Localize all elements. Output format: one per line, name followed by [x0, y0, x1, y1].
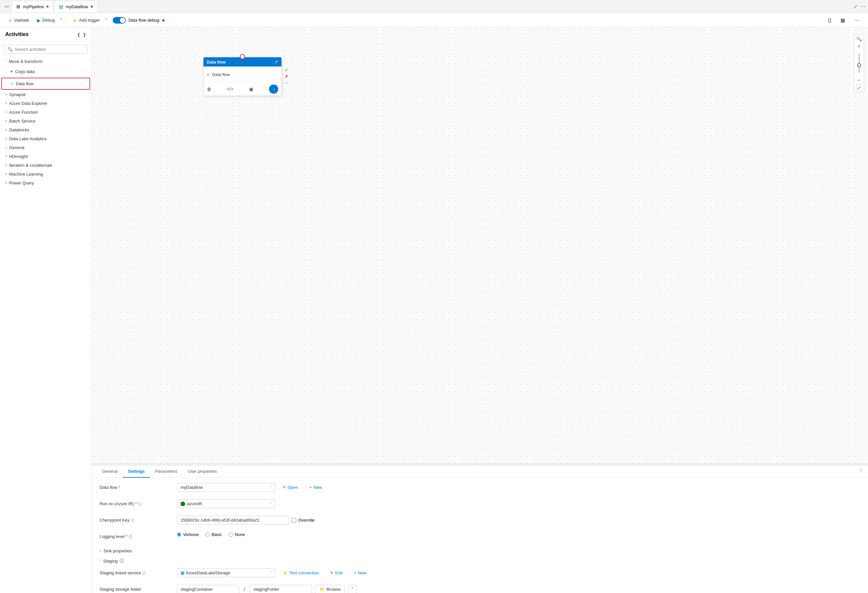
sidebar-item-machine-learning[interactable]: > Machine Learning	[0, 170, 92, 178]
staging-row[interactable]: ˅ Staging ⓘ	[100, 558, 860, 564]
more-toolbar-button[interactable]: ⋯	[851, 15, 863, 25]
data-flow-debug-toggle[interactable]	[113, 17, 126, 24]
staging-linked-service-dropdown[interactable]: ▦ AzureDataLakeStorage ˅	[177, 568, 275, 577]
override-checkbox[interactable]	[292, 518, 296, 522]
search-box: 🔍	[4, 45, 87, 54]
db-chevron: >	[5, 128, 7, 132]
setting-data-flow-row: Data flow * myDataflow ˅ ✎ Open	[100, 483, 860, 493]
tab-user-properties[interactable]: User properties	[183, 466, 222, 478]
zoom-search-icon[interactable]: 🔍	[856, 36, 862, 42]
none-radio-item[interactable]: None	[229, 532, 245, 537]
staging-info-icon[interactable]: ⓘ	[120, 558, 124, 564]
clone-card-icon[interactable]: ▣	[249, 87, 253, 92]
zoom-fit-button[interactable]: ⤢	[856, 84, 862, 91]
zoom-in-button[interactable]: +	[857, 43, 861, 49]
add-trigger-dropdown[interactable]: ˅	[105, 16, 108, 24]
sink-properties-row[interactable]: > Sink properties	[100, 549, 860, 553]
logging-label: Logging level * ⓘ	[100, 532, 172, 539]
monitor-button[interactable]: ▦	[837, 16, 848, 25]
script-card-icon[interactable]: </>	[227, 87, 234, 92]
sidebar-item-hdinsight[interactable]: > HDInsight	[0, 152, 92, 161]
close-sidebar-icon[interactable]: ❱	[83, 32, 86, 37]
zoom-slider[interactable]	[859, 50, 859, 76]
run-on-label: Run on (Azure IR) * ⓘ	[100, 499, 172, 506]
card-fail-icon[interactable]: ✗	[285, 74, 289, 79]
staging-storage-folder-label: Staging storage folder	[100, 585, 172, 592]
sidebar-item-azure-function[interactable]: > Azure Function	[0, 108, 92, 117]
tab-dataflow[interactable]: ▤ myDataflow	[54, 1, 97, 12]
plus-staging-icon: +	[354, 570, 357, 575]
data-flow-dropdown[interactable]: myDataflow ˅	[177, 483, 275, 492]
card-open-icon[interactable]: ↗	[274, 59, 278, 65]
card-next-arrow[interactable]: →	[269, 84, 278, 94]
sls-info-icon[interactable]: ⓘ	[142, 571, 146, 575]
data-flow-item[interactable]: ▫ Data flow ⋮	[1, 78, 90, 90]
sidebar-item-power-query[interactable]: > Power Query	[0, 178, 92, 187]
settings-content: Data flow * myDataflow ˅ ✎ Open	[92, 478, 868, 593]
move-transform-header[interactable]: ˅ Move & transform	[0, 57, 92, 66]
tab-general[interactable]: General	[97, 466, 123, 478]
code-view-button[interactable]: {}	[825, 16, 835, 25]
card-body-icon: ▫	[207, 70, 210, 79]
card-success-icon[interactable]: ✓	[285, 67, 289, 72]
sidebar-item-batch-service[interactable]: > Batch Service	[0, 117, 92, 125]
logging-required: *	[126, 534, 127, 539]
panel-tabs-row: General Settings Parameters User propert…	[92, 466, 868, 478]
add-trigger-button[interactable]: ⚡ Add trigger	[68, 16, 103, 25]
card-skip-icon[interactable]: →	[285, 80, 289, 86]
staging-container-input[interactable]	[177, 585, 239, 593]
sidebar-item-iteration-conditionals[interactable]: > Iteration & conditionals	[0, 161, 92, 170]
expand-canvas-icon[interactable]: ⤢	[853, 4, 858, 9]
copy-data-item[interactable]: ▪ Copy data ⋮	[1, 66, 90, 77]
path-divider: /	[242, 586, 247, 592]
open-button[interactable]: ✎ Open	[279, 483, 302, 491]
tab-pipeline[interactable]: ⊞ myPipeline	[12, 1, 53, 12]
run-on-info-icon[interactable]: ⓘ	[138, 502, 142, 506]
sidebar-item-data-lake-analytics[interactable]: > Data Lake Analytics	[0, 134, 92, 143]
zoom-out-button[interactable]: −	[857, 77, 861, 84]
validate-icon: ✓	[9, 18, 12, 23]
checkpoint-key-input[interactable]	[177, 516, 288, 525]
new-staging-button[interactable]: + New	[350, 569, 371, 577]
tab-parameters[interactable]: Parameters	[150, 466, 183, 478]
browse-dropdown-button[interactable]: ˅	[348, 585, 357, 593]
debug-button[interactable]: ▶ Debug	[34, 16, 58, 25]
logging-info-icon[interactable]: ⓘ	[129, 535, 132, 538]
browse-button[interactable]: 📁 Browse	[315, 585, 345, 593]
basic-radio-item[interactable]: Basic	[205, 532, 222, 537]
edit-button[interactable]: ✎ Edit	[326, 569, 346, 577]
copy-data-icon: ▪	[10, 68, 12, 75]
drag-handle-dataflow: ⋮	[80, 81, 84, 87]
delete-card-icon[interactable]: 🗑	[207, 87, 211, 92]
plus-icon: +	[309, 485, 312, 490]
verbose-radio[interactable]	[177, 533, 181, 537]
data-flow-setting-label: Data flow *	[100, 483, 172, 490]
browse-icon: 📁	[319, 587, 325, 592]
sidebar-item-azure-data-explorer[interactable]: > Azure Data Explorer	[0, 99, 92, 108]
staging-folder-input[interactable]	[250, 585, 312, 593]
debug-dropdown-button[interactable]: ˅	[59, 16, 63, 24]
tab-settings[interactable]: Settings	[123, 466, 150, 478]
collapse-icon[interactable]: ❰	[77, 32, 81, 37]
expand-icon[interactable]: «​»	[3, 3, 11, 10]
basic-radio[interactable]	[205, 533, 210, 537]
browse-chevron-icon: ˅	[351, 587, 354, 592]
panel-collapse-icon[interactable]: ⌃	[859, 469, 863, 474]
test-connection-button[interactable]: ⚡ Test connection	[279, 569, 323, 577]
move-transform-chevron: ˅	[5, 60, 7, 63]
sidebar-item-databricks[interactable]: > Databricks	[0, 125, 92, 134]
sidebar-item-synapse[interactable]: > Synapse	[0, 90, 92, 99]
new-dataflow-button[interactable]: + New	[306, 483, 326, 491]
dataflow-icon: ▤	[59, 4, 63, 9]
verbose-radio-item[interactable]: Verbose	[177, 532, 199, 537]
tab-pipeline-label: myPipeline	[23, 4, 44, 9]
search-activities-input[interactable]	[15, 47, 84, 52]
gen-chevron: >	[5, 146, 7, 149]
more-options-icon[interactable]: ⋯	[860, 3, 865, 9]
sidebar-item-general[interactable]: > General	[0, 143, 92, 152]
none-radio[interactable]	[229, 533, 233, 537]
validate-button[interactable]: ✓ Validate	[5, 16, 32, 25]
azure-ir-dropdown[interactable]: azureIR ˅	[177, 499, 275, 508]
canvas[interactable]: Data flow ↗ ▫ Data flow 🗑 </> ▣ → ✓ ✗ →	[92, 28, 868, 463]
checkpoint-info-icon[interactable]: ⓘ	[131, 518, 134, 522]
